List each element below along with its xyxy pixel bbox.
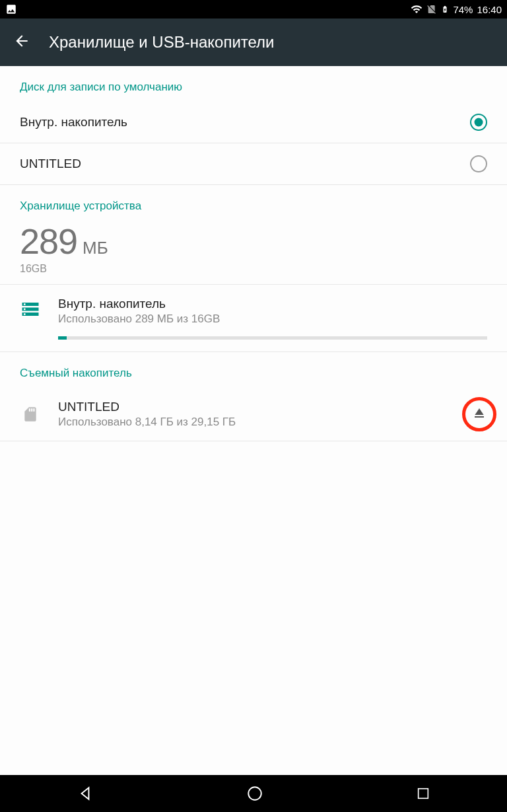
sim-off-icon <box>426 3 437 15</box>
storage-db-icon <box>20 299 41 319</box>
section-default-disk: Диск для записи по умолчанию <box>0 66 507 102</box>
used-unit: МБ <box>83 238 108 258</box>
app-bar: Хранилище и USB-накопители <box>0 18 507 66</box>
option-untitled-label: UNTITLED <box>20 157 470 171</box>
internal-progress-bar <box>58 336 487 340</box>
page-title: Хранилище и USB-накопители <box>49 33 274 52</box>
clock-time: 16:40 <box>477 4 502 15</box>
battery-charging-icon <box>441 3 449 15</box>
nav-back-icon[interactable] <box>77 785 94 802</box>
internal-sub: Использовано 289 МБ из 16GB <box>58 313 487 326</box>
svg-rect-1 <box>419 789 428 799</box>
radio-selected-icon[interactable] <box>470 114 487 131</box>
option-internal-storage[interactable]: Внутр. накопитель <box>0 102 507 143</box>
used-value: 289 <box>20 221 77 262</box>
svg-point-0 <box>248 787 261 800</box>
wifi-icon <box>411 3 422 15</box>
internal-title: Внутр. накопитель <box>58 297 487 311</box>
option-internal-label: Внутр. накопитель <box>20 115 470 129</box>
internal-storage-item[interactable]: Внутр. накопитель Использовано 289 МБ из… <box>0 285 507 352</box>
radio-unselected-icon[interactable] <box>470 155 487 172</box>
removable-storage-item[interactable]: UNTITLED Использовано 8,14 ГБ из 29,15 Г… <box>0 388 507 441</box>
total-capacity: 16GB <box>20 263 487 275</box>
picture-icon <box>5 3 17 15</box>
battery-percent: 74% <box>453 4 473 15</box>
nav-recent-icon[interactable] <box>416 786 430 801</box>
option-untitled[interactable]: UNTITLED <box>0 143 507 185</box>
removable-sub: Использовано 8,14 ГБ из 29,15 ГБ <box>58 416 454 429</box>
removable-title: UNTITLED <box>58 400 454 414</box>
status-bar: 74% 16:40 <box>0 0 507 18</box>
navigation-bar <box>0 775 507 812</box>
device-storage-summary: 289 МБ 16GB <box>0 221 507 284</box>
sd-card-icon <box>20 404 41 424</box>
back-icon[interactable] <box>13 32 30 52</box>
section-removable: Съемный накопитель <box>0 352 507 388</box>
eject-icon[interactable] <box>471 405 487 424</box>
nav-home-icon[interactable] <box>246 785 263 802</box>
section-device-storage: Хранилище устройства <box>0 185 507 221</box>
